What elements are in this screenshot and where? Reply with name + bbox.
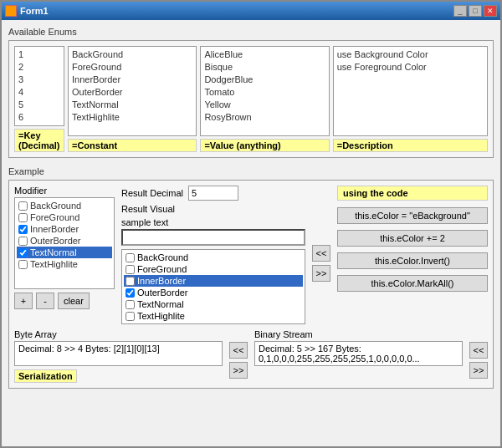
- available-enums-panel: 1 2 3 4 5 6 =Key (Decimal) BackGround Fo…: [8, 40, 494, 158]
- bottom-section: Byte Array Decimal: 8 >> 4 Bytes: [2][1]…: [14, 329, 488, 383]
- main-window: Form1 _ □ ✕ Available Enums 1 2 3 4 5: [0, 0, 502, 448]
- key-footer: =Key (Decimal): [14, 129, 64, 152]
- code-btn-1[interactable]: this.eColor = "eBackground": [337, 207, 488, 224]
- check-outerborder[interactable]: [126, 288, 135, 298]
- values-list: AliceBlue Bisque DodgerBlue Tomato Yello…: [200, 46, 329, 136]
- descriptions-list: use Background Color use Foreground Colo…: [333, 46, 488, 136]
- code-btn-2[interactable]: this.eColor += 2: [337, 230, 488, 247]
- keys-list: 1 2 3 4 5 6: [14, 46, 64, 126]
- check-item-innerborder[interactable]: InnerBorder: [124, 275, 303, 287]
- left-arrow-top[interactable]: <<: [312, 245, 330, 262]
- byte-array-arrows: << >>: [229, 329, 248, 383]
- minus-button[interactable]: -: [36, 293, 54, 309]
- main-content: Available Enums 1 2 3 4 5 6 =Key (Decima…: [2, 20, 500, 446]
- middle-panel: Result Decimal Result Visual sample text…: [121, 186, 305, 324]
- right-panel: using the code this.eColor = "eBackgroun…: [337, 186, 488, 324]
- key-1: 1: [18, 48, 60, 61]
- check-item-foreground[interactable]: ForeGround: [124, 263, 303, 275]
- result-decimal-input[interactable]: [188, 186, 238, 201]
- modifier-label: Modifier: [14, 186, 115, 196]
- check-texthighlite[interactable]: [126, 312, 135, 321]
- checklist: BackGround ForeGround InnerBorder O: [121, 249, 305, 324]
- check-foreground[interactable]: [126, 265, 135, 274]
- modifier-item-innerborder[interactable]: InnerBorder: [17, 223, 112, 235]
- check-innerborder[interactable]: [126, 277, 135, 286]
- key-2: 2: [18, 61, 60, 74]
- descriptions-column: use Background Color use Foreground Colo…: [333, 46, 488, 152]
- description-footer: =Description: [333, 139, 488, 152]
- code-btn-4[interactable]: this.eColor.MarkAll(): [337, 275, 488, 292]
- example-inner: Modifier BackGround ForeGround InnerB: [14, 186, 488, 324]
- constant-footer: =Constant: [68, 139, 197, 152]
- available-enums-label: Available Enums: [8, 27, 494, 37]
- title-bar: Form1 _ □ ✕: [2, 2, 500, 20]
- window-title: Form1: [20, 6, 49, 16]
- values-column: AliceBlue Bisque DodgerBlue Tomato Yello…: [200, 46, 329, 152]
- key-6: 6: [18, 111, 60, 124]
- modifier-item-background[interactable]: BackGround: [17, 200, 112, 211]
- byte-arrow-right[interactable]: >>: [229, 362, 248, 379]
- byte-array-label: Byte Array: [14, 329, 223, 339]
- constants-column: BackGround ForeGround InnerBorder OuterB…: [68, 46, 197, 152]
- modifier-item-foreground[interactable]: ForeGround: [17, 211, 112, 223]
- title-controls: _ □ ✕: [453, 5, 497, 17]
- serialization-label: Serialization: [14, 369, 77, 383]
- modifier-list: BackGround ForeGround InnerBorder O: [14, 197, 115, 289]
- byte-array-panel: Byte Array Decimal: 8 >> 4 Bytes: [2][1]…: [14, 329, 223, 383]
- result-decimal-row: Result Decimal: [121, 186, 305, 201]
- modifier-check-background[interactable]: [18, 201, 28, 211]
- modifier-controls: + - clear: [14, 293, 115, 309]
- enums-grid: 1 2 3 4 5 6 =Key (Decimal) BackGround Fo…: [14, 46, 488, 152]
- close-button[interactable]: ✕: [484, 5, 497, 17]
- byte-array-box: Decimal: 8 >> 4 Bytes: [2][1][0][13]: [14, 341, 223, 366]
- byte-arrow-left[interactable]: <<: [229, 342, 248, 359]
- value-footer: =Value (anything): [200, 139, 329, 152]
- modifier-check-textnormal[interactable]: [18, 248, 28, 257]
- check-item-outerborder[interactable]: OuterBorder: [124, 287, 303, 298]
- check-item-background[interactable]: BackGround: [124, 252, 303, 263]
- modifier-item-textnormal[interactable]: TextNormal: [17, 247, 112, 258]
- check-item-texthighlite[interactable]: TextHighlite: [124, 310, 303, 322]
- modifier-item-texthighlite[interactable]: TextHighlite: [17, 258, 112, 270]
- title-bar-left: Form1: [5, 5, 49, 17]
- modifier-check-foreground[interactable]: [18, 213, 28, 222]
- app-icon: [5, 5, 17, 17]
- binary-arrow-left[interactable]: <<: [469, 342, 488, 359]
- example-panel: Modifier BackGround ForeGround InnerB: [8, 180, 494, 389]
- binary-arrow-right[interactable]: >>: [469, 362, 488, 379]
- keys-column: 1 2 3 4 5 6 =Key (Decimal): [14, 46, 64, 152]
- modifier-check-outerborder[interactable]: [18, 237, 28, 246]
- maximize-button[interactable]: □: [469, 5, 482, 17]
- using-code-label: using the code: [337, 186, 488, 201]
- sample-box: [121, 229, 305, 246]
- binary-stream-label: Binary Stream: [254, 329, 463, 339]
- code-btn-3[interactable]: this.eColor.Invert(): [337, 252, 488, 269]
- result-decimal-label: Result Decimal: [121, 188, 183, 198]
- example-label: Example: [8, 166, 494, 176]
- binary-stream-panel: Binary Stream Decimal: 5 >> 167 Bytes:0,…: [254, 329, 463, 383]
- key-4: 4: [18, 86, 60, 99]
- arrows-col: << >>: [312, 186, 330, 324]
- modifier-item-outerborder[interactable]: OuterBorder: [17, 235, 112, 247]
- result-visual-label: Result Visual: [121, 204, 175, 214]
- binary-stream-arrows: << >>: [469, 329, 488, 383]
- modifier-check-innerborder[interactable]: [18, 225, 28, 234]
- minimize-button[interactable]: _: [453, 5, 467, 17]
- key-3: 3: [18, 74, 60, 86]
- sample-text-label: sample text: [121, 217, 305, 227]
- plus-button[interactable]: +: [14, 293, 33, 309]
- result-visual-row: Result Visual: [121, 204, 305, 214]
- modifier-panel: Modifier BackGround ForeGround InnerB: [14, 186, 115, 324]
- binary-stream-value: Decimal: 5 >> 167 Bytes:0,1,0,0,0,255,25…: [259, 344, 420, 364]
- right-arrow-top[interactable]: >>: [312, 265, 330, 282]
- key-5: 5: [18, 99, 60, 111]
- modifier-check-texthighlite[interactable]: [18, 260, 28, 269]
- check-item-textnormal[interactable]: TextNormal: [124, 298, 303, 310]
- check-textnormal[interactable]: [126, 300, 135, 309]
- check-background[interactable]: [126, 253, 135, 262]
- clear-button[interactable]: clear: [58, 293, 90, 309]
- binary-stream-box: Decimal: 5 >> 167 Bytes:0,1,0,0,0,255,25…: [254, 341, 463, 366]
- constants-list: BackGround ForeGround InnerBorder OuterB…: [68, 46, 197, 136]
